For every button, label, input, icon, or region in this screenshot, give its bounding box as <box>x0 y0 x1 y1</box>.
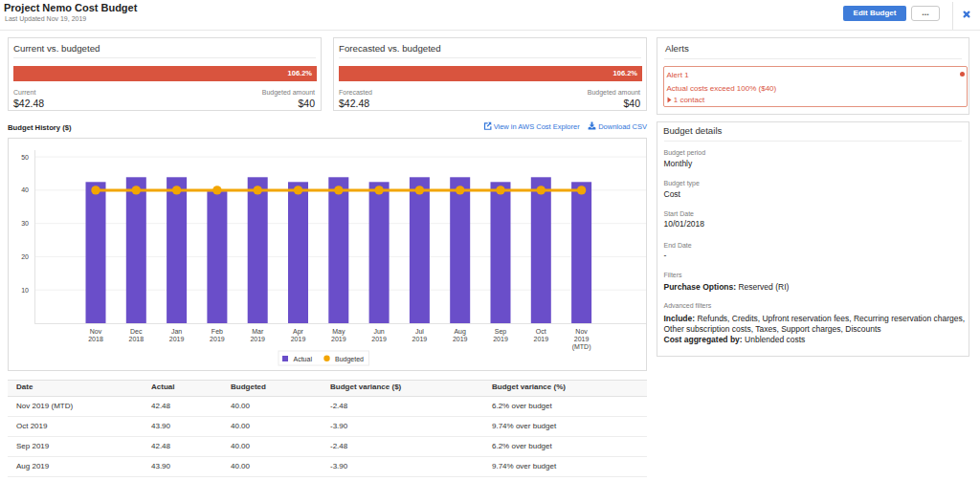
svg-text:2019: 2019 <box>371 336 387 342</box>
svg-text:Sep: Sep <box>495 328 507 336</box>
svg-text:Feb: Feb <box>212 328 223 335</box>
svg-text:Aug: Aug <box>454 328 466 336</box>
svg-text:2018: 2018 <box>88 336 103 342</box>
svg-text:2019: 2019 <box>574 336 590 342</box>
svg-text:Jul: Jul <box>415 328 424 335</box>
svg-text:30: 30 <box>21 220 29 227</box>
svg-text:2019: 2019 <box>210 336 225 342</box>
svg-text:2019: 2019 <box>250 336 265 342</box>
svg-text:20: 20 <box>21 253 29 260</box>
svg-text:Dec: Dec <box>130 328 143 335</box>
svg-text:Nov: Nov <box>90 328 102 335</box>
svg-text:2019: 2019 <box>291 336 306 342</box>
svg-text:Budgeted: Budgeted <box>335 356 364 363</box>
svg-text:40: 40 <box>21 186 29 193</box>
svg-text:Mar: Mar <box>252 328 264 335</box>
svg-text:2018: 2018 <box>129 336 145 342</box>
svg-text:(MTD): (MTD) <box>572 343 591 351</box>
svg-text:May: May <box>332 328 345 336</box>
svg-text:2019: 2019 <box>331 336 346 342</box>
svg-text:2019: 2019 <box>412 336 428 342</box>
svg-text:Oct: Oct <box>536 328 546 335</box>
svg-text:2019: 2019 <box>169 336 185 342</box>
svg-text:Actual: Actual <box>294 356 313 362</box>
svg-text:10: 10 <box>21 287 29 294</box>
svg-text:Jan: Jan <box>171 328 182 335</box>
svg-text:Nov: Nov <box>575 328 588 335</box>
svg-text:2019: 2019 <box>534 336 549 342</box>
svg-text:2019: 2019 <box>453 336 468 342</box>
svg-text:Apr: Apr <box>293 328 304 336</box>
svg-text:Jun: Jun <box>373 328 384 335</box>
svg-text:2019: 2019 <box>493 336 508 342</box>
svg-text:50: 50 <box>21 154 29 161</box>
